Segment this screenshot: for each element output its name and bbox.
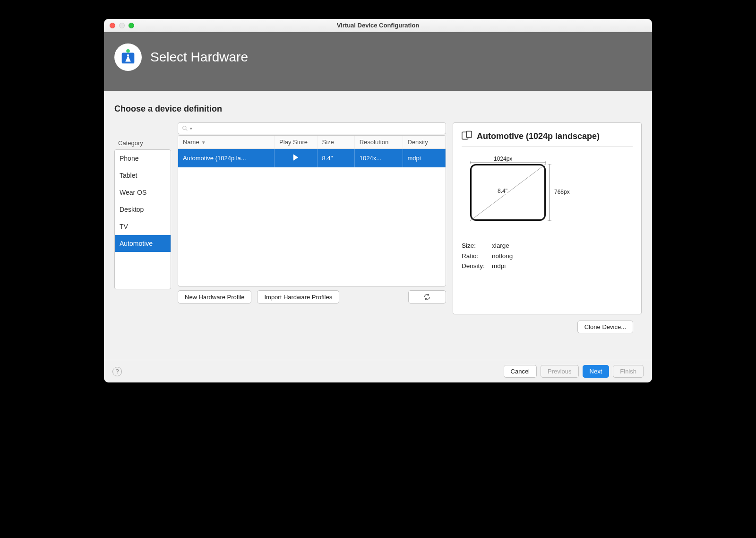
previous-button: Previous	[541, 365, 579, 378]
preview-title: Automotive (1024p landscape)	[477, 131, 600, 141]
android-studio-icon	[114, 43, 142, 71]
spec-density-label: Density:	[462, 261, 492, 271]
window-title: Virtual Device Configuration	[104, 22, 652, 29]
search-input[interactable]	[194, 125, 442, 132]
finish-button: Finish	[613, 365, 644, 378]
svg-rect-2	[127, 54, 129, 56]
sort-descending-icon: ▼	[201, 140, 206, 145]
dim-bracket-top	[470, 161, 546, 164]
device-table: Name▼ Play Store Size Resolution Density…	[178, 135, 446, 286]
header-banner: Select Hardware	[104, 32, 652, 91]
col-name[interactable]: Name▼	[178, 136, 275, 149]
spec-ratio-value: notlong	[492, 251, 513, 261]
svg-rect-6	[466, 131, 472, 138]
col-size[interactable]: Size	[317, 136, 354, 149]
col-play-store[interactable]: Play Store	[275, 136, 317, 149]
cell-name: Automotive (1024p la...	[178, 149, 275, 168]
cancel-button[interactable]: Cancel	[504, 365, 537, 378]
spec-density-value: mdpi	[492, 261, 506, 271]
refresh-button[interactable]	[408, 290, 446, 304]
spec-ratio-label: Ratio:	[462, 251, 492, 261]
help-button[interactable]: ?	[112, 367, 122, 376]
table-row[interactable]: Automotive (1024p la... 8.4" 1024x... md…	[178, 149, 446, 168]
preview-panel: Automotive (1024p landscape) 1024px 768p…	[453, 122, 642, 314]
page-title: Select Hardware	[150, 50, 248, 65]
svg-line-4	[186, 129, 187, 130]
body-area: Choose a device definition Category Phon…	[104, 91, 652, 360]
spec-size-value: xlarge	[492, 241, 509, 251]
play-store-icon	[292, 154, 300, 163]
category-header: Category	[114, 137, 171, 149]
cell-size: 8.4"	[317, 149, 354, 168]
col-resolution[interactable]: Resolution	[354, 136, 403, 149]
category-automotive[interactable]: Automotive	[115, 235, 171, 252]
device-table-column: ▾ Name▼ Play Store Size Resolution Densi…	[178, 122, 446, 304]
svg-point-1	[126, 49, 130, 53]
category-phone[interactable]: Phone	[115, 150, 171, 167]
svg-point-3	[183, 126, 186, 130]
svg-line-7	[470, 164, 546, 221]
category-desktop[interactable]: Desktop	[115, 201, 171, 218]
specs: Size:xlarge Ratio:notlong Density:mdpi	[462, 241, 633, 271]
import-hardware-profiles-button[interactable]: Import Hardware Profiles	[257, 290, 339, 304]
diagonal-label: 8.4"	[498, 188, 507, 194]
search-box[interactable]: ▾	[178, 122, 446, 134]
chevron-down-icon: ▾	[190, 126, 192, 131]
cell-play-store	[275, 149, 317, 168]
dialog-window: Virtual Device Configuration Select Hard…	[104, 19, 652, 382]
cell-resolution: 1024x...	[354, 149, 403, 168]
cell-density: mdpi	[403, 149, 446, 168]
tablet-icon	[462, 130, 472, 142]
refresh-icon	[423, 293, 431, 301]
category-list: Phone Tablet Wear OS Desktop TV Automoti…	[114, 149, 171, 289]
new-hardware-profile-button[interactable]: New Hardware Profile	[178, 290, 251, 304]
table-header-row: Name▼ Play Store Size Resolution Density	[178, 136, 446, 149]
dim-height-label: 768px	[554, 189, 570, 195]
search-icon	[182, 125, 188, 131]
footer: ? Cancel Previous Next Finish	[104, 360, 652, 382]
spec-size-label: Size:	[462, 241, 492, 251]
next-button[interactable]: Next	[583, 365, 610, 378]
diagonal-line	[470, 164, 546, 221]
category-tablet[interactable]: Tablet	[115, 167, 171, 184]
category-wear-os[interactable]: Wear OS	[115, 184, 171, 201]
dim-bracket-right	[548, 164, 551, 221]
clone-device-button[interactable]: Clone Device...	[577, 321, 633, 333]
titlebar: Virtual Device Configuration	[104, 19, 652, 32]
category-tv[interactable]: TV	[115, 218, 171, 235]
preview-diagram: 1024px 768px 8.4"	[462, 156, 633, 236]
category-column: Category Phone Tablet Wear OS Desktop TV…	[114, 122, 171, 289]
col-density[interactable]: Density	[403, 136, 446, 149]
section-heading: Choose a device definition	[114, 104, 642, 114]
